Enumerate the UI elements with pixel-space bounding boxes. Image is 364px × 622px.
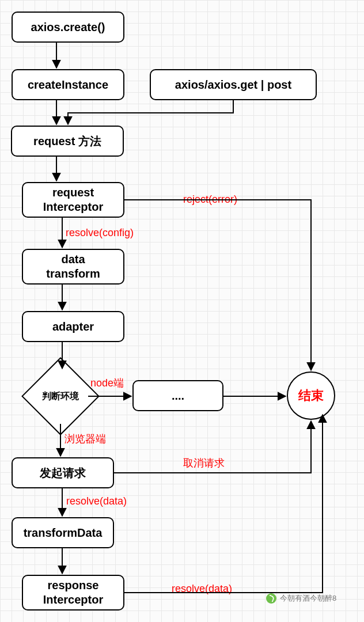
edge-label-resolve-config: resolve(config) <box>66 227 134 239</box>
node-request-method: request 方法 <box>11 126 124 157</box>
wechat-icon <box>266 593 276 604</box>
node-label: adapter <box>52 320 94 334</box>
edge-label-browser-side: 浏览器端 <box>65 432 106 446</box>
node-label: axios.create() <box>31 20 105 35</box>
node-response-interceptor: response Interceptor <box>22 575 124 610</box>
node-label: data transform <box>46 252 100 281</box>
node-data-transform: data transform <box>22 249 124 285</box>
node-label: response Interceptor <box>43 578 103 607</box>
node-axios-create: axios.create() <box>12 12 124 43</box>
node-label: 结束 <box>298 387 324 404</box>
edge-label-resolve-data-1: resolve(data) <box>66 495 127 507</box>
node-adapter: adapter <box>22 311 124 342</box>
node-create-instance: createInstance <box>12 69 124 100</box>
node-label: request Interceptor <box>43 185 103 214</box>
node-label: axios/axios.get | post <box>175 78 291 92</box>
node-label: request 方法 <box>33 134 101 149</box>
node-label: .... <box>172 389 184 403</box>
edge-label-reject-error: reject(error) <box>183 194 237 206</box>
node-send-request: 发起请求 <box>12 457 114 488</box>
node-end: 结束 <box>287 371 335 420</box>
node-label: 发起请求 <box>40 466 86 480</box>
watermark-wechat: 今朝有酒今朝醉8 <box>266 593 336 604</box>
watermark-text: 今朝有酒今朝醉8 <box>280 593 336 604</box>
node-label: transformData <box>24 526 103 540</box>
edge-label-node-side: node端 <box>90 376 124 390</box>
edge-label-resolve-data-2: resolve(data) <box>172 583 232 595</box>
node-transform-data: transformData <box>12 517 114 548</box>
node-label: createInstance <box>28 78 108 92</box>
node-decision-env: 判断环境 <box>33 369 88 424</box>
node-axios-get-post: axios/axios.get | post <box>150 69 317 100</box>
edge-label-cancel-request: 取消请求 <box>183 456 225 470</box>
node-request-interceptor: request Interceptor <box>22 182 124 218</box>
node-ellipsis: .... <box>132 380 223 411</box>
node-label: 判断环境 <box>42 390 79 403</box>
